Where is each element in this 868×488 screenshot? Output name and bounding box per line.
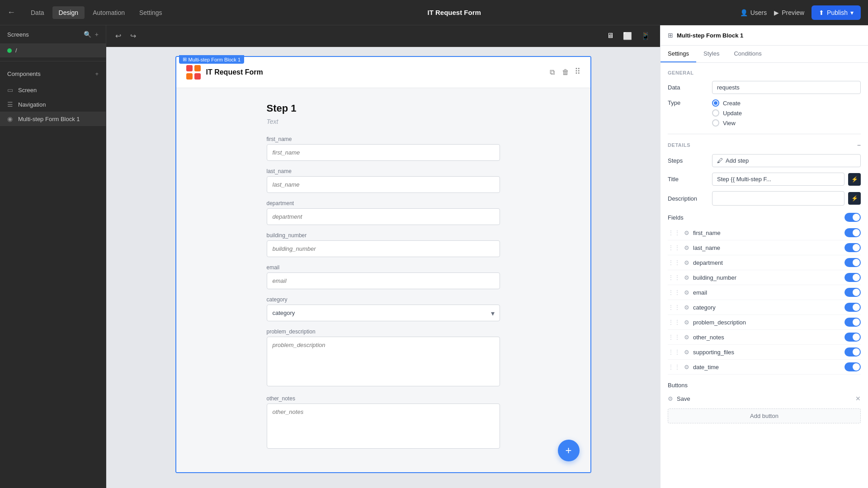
- title-input[interactable]: [712, 173, 844, 186]
- field-textarea-problem-description[interactable]: [267, 337, 500, 386]
- publish-button[interactable]: ⬆ Publish ▾: [811, 5, 861, 20]
- tab-conditions-right[interactable]: Conditions: [726, 46, 769, 62]
- type-radio-group: Create Update View: [712, 99, 742, 127]
- component-item-screen[interactable]: ▭ Screen: [0, 83, 106, 97]
- more-options-button[interactable]: ⠿: [575, 66, 581, 78]
- gear-supporting-files[interactable]: ⚙: [684, 349, 689, 356]
- gear-email[interactable]: ⚙: [684, 289, 689, 296]
- undo-button[interactable]: ↩: [113, 30, 123, 42]
- nav-tabs: Data Design Automation Settings: [24, 6, 169, 19]
- toggle-building-number[interactable]: [844, 273, 861, 282]
- gear-building-number[interactable]: ⚙: [684, 274, 689, 281]
- fields-toggle[interactable]: [844, 213, 861, 222]
- drag-handle-first-name[interactable]: ⋮⋮: [668, 229, 680, 236]
- add-screen-icon[interactable]: +: [95, 31, 99, 38]
- tab-design[interactable]: Design: [52, 6, 85, 19]
- drag-handle-date-time[interactable]: ⋮⋮: [668, 363, 680, 371]
- field-name-date-time: date_time: [693, 364, 841, 371]
- drag-handle-building-number[interactable]: ⋮⋮: [668, 274, 680, 281]
- component-item-navigation[interactable]: ☰ Navigation: [0, 97, 106, 112]
- tab-automation[interactable]: Automation: [86, 6, 131, 19]
- gear-problem-description[interactable]: ⚙: [684, 319, 689, 326]
- tab-data[interactable]: Data: [24, 6, 51, 19]
- form-block-label[interactable]: ⊞ Multi-step Form Block 1: [179, 55, 245, 64]
- field-name-building-number: building_number: [693, 274, 841, 281]
- svg-rect-2: [186, 73, 193, 80]
- drag-handle-department[interactable]: ⋮⋮: [668, 259, 680, 266]
- drag-handle-last-name[interactable]: ⋮⋮: [668, 244, 680, 251]
- type-view-option[interactable]: View: [712, 119, 742, 127]
- drag-handle-supporting-files[interactable]: ⋮⋮: [668, 348, 680, 356]
- components-title: Components: [7, 70, 41, 77]
- general-section-label: GENERAL: [668, 70, 861, 75]
- toggle-category[interactable]: [844, 303, 861, 312]
- field-group-department: department: [267, 200, 500, 225]
- toggle-last-name[interactable]: [844, 243, 861, 252]
- field-input-last-name[interactable]: [267, 176, 500, 193]
- field-textarea-other-notes[interactable]: [267, 404, 500, 449]
- field-input-email[interactable]: [267, 272, 500, 289]
- tab-settings[interactable]: Settings: [133, 6, 169, 19]
- description-input[interactable]: [712, 191, 844, 206]
- gear-department[interactable]: ⚙: [684, 259, 689, 266]
- drag-handle-category[interactable]: ⋮⋮: [668, 304, 680, 311]
- screen-item-root[interactable]: /: [0, 43, 106, 57]
- mobile-view-button[interactable]: 📱: [638, 30, 653, 42]
- add-button-button[interactable]: Add button: [668, 408, 861, 423]
- back-button[interactable]: ←: [7, 8, 15, 17]
- field-input-department[interactable]: [267, 208, 500, 225]
- drag-handle-email[interactable]: ⋮⋮: [668, 289, 680, 296]
- radio-update-label: Update: [723, 110, 742, 117]
- data-select[interactable]: requests: [712, 81, 861, 94]
- component-item-label: Navigation: [18, 101, 46, 108]
- field-group-category: category category ▾: [267, 296, 500, 321]
- field-input-first-name[interactable]: [267, 144, 500, 161]
- description-label: Description: [668, 195, 708, 202]
- toggle-email[interactable]: [844, 288, 861, 297]
- title-row: Title ⚡: [668, 173, 861, 186]
- type-create-option[interactable]: Create: [712, 99, 742, 107]
- search-icon[interactable]: 🔍: [84, 31, 91, 38]
- gear-date-time[interactable]: ⚙: [684, 364, 689, 371]
- right-sidebar-tabs: Settings Styles Conditions: [660, 46, 868, 63]
- delete-form-button[interactable]: 🗑: [560, 66, 571, 78]
- toggle-problem-description[interactable]: [844, 318, 861, 327]
- form-body: Step 1 Text first_name last_name: [176, 88, 590, 472]
- description-fx-button[interactable]: ⚡: [848, 192, 861, 205]
- toggle-department[interactable]: [844, 258, 861, 267]
- title-fx-button[interactable]: ⚡: [848, 173, 861, 186]
- copy-form-button[interactable]: ⧉: [548, 66, 557, 78]
- gear-save-button[interactable]: ⚙: [668, 395, 673, 402]
- field-select-category[interactable]: category: [267, 305, 500, 321]
- sidebar-divider: [0, 61, 106, 61]
- add-component-icon[interactable]: +: [95, 70, 99, 77]
- close-save-button[interactable]: ✕: [855, 395, 861, 402]
- drag-handle-problem-description[interactable]: ⋮⋮: [668, 319, 680, 326]
- gear-first-name[interactable]: ⚙: [684, 230, 689, 236]
- desktop-view-button[interactable]: 🖥: [604, 30, 617, 42]
- field-input-building-number[interactable]: [267, 240, 500, 257]
- field-label-email: email: [267, 264, 500, 271]
- type-update-option[interactable]: Update: [712, 109, 742, 117]
- redo-button[interactable]: ↪: [128, 30, 138, 42]
- radio-create-icon: [712, 99, 719, 107]
- form-logo: IT Request Form: [185, 64, 263, 80]
- gear-category[interactable]: ⚙: [684, 304, 689, 311]
- fab-add-button[interactable]: +: [558, 440, 580, 461]
- users-button[interactable]: 👤 Users: [740, 9, 767, 16]
- toggle-date-time[interactable]: [844, 362, 861, 371]
- gear-last-name[interactable]: ⚙: [684, 244, 689, 251]
- field-group-other-notes: other_notes: [267, 395, 500, 450]
- component-item-multistep[interactable]: ◉ Multi-step Form Block 1: [0, 112, 106, 126]
- add-step-button[interactable]: 🖊 Add step: [712, 154, 861, 167]
- toggle-supporting-files[interactable]: [844, 347, 861, 357]
- tab-settings-right[interactable]: Settings: [660, 46, 696, 62]
- toggle-first-name[interactable]: [844, 228, 861, 237]
- gear-other-notes[interactable]: ⚙: [684, 334, 689, 341]
- collapse-details-button[interactable]: −: [857, 141, 861, 149]
- preview-button[interactable]: ▶ Preview: [774, 9, 804, 16]
- tablet-view-button[interactable]: ⬜: [620, 30, 635, 42]
- tab-styles-right[interactable]: Styles: [696, 46, 726, 62]
- drag-handle-other-notes[interactable]: ⋮⋮: [668, 333, 680, 341]
- toggle-other-notes[interactable]: [844, 333, 861, 342]
